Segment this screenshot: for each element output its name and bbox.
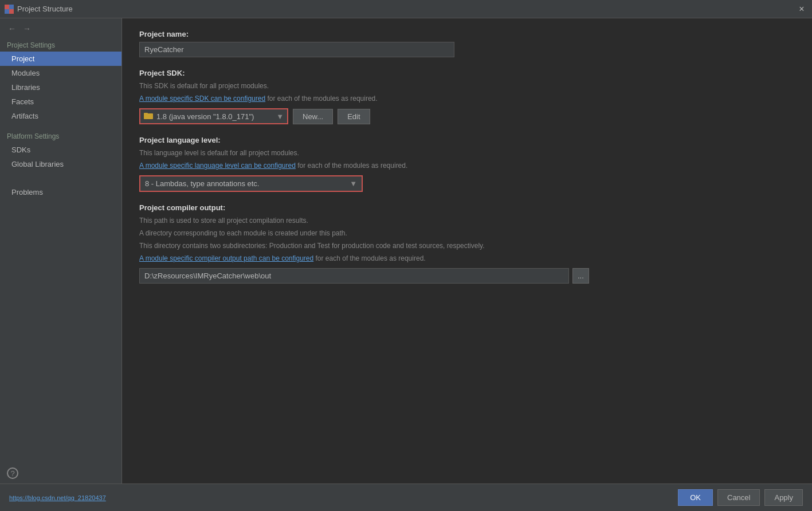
nav-arrows: ← → (0, 18, 121, 39)
sidebar-item-project-label: Project (11, 54, 34, 63)
platform-settings-label: Platform Settings (0, 130, 121, 143)
bottom-bar: https://blog.csdn.net/qq_21820437 OK Can… (0, 484, 812, 511)
sidebar-item-global-libraries-label: Global Libraries (11, 160, 64, 168)
compiler-desc2: A directory corresponding to each module… (139, 228, 795, 238)
sidebar-item-facets[interactable]: Facets (0, 95, 121, 109)
sidebar-item-modules-label: Modules (11, 69, 40, 77)
compiler-output-row: ... (139, 268, 795, 284)
sdk-dropdown[interactable]: 1.8 (java version "1.8.0_171") ▼ (139, 108, 288, 124)
back-arrow[interactable]: ← (6, 23, 18, 34)
language-chevron-icon: ▼ (350, 179, 357, 188)
compiler-desc1: This path is used to store all project c… (139, 215, 795, 226)
sdk-edit-button[interactable]: Edit (338, 109, 370, 124)
project-sdk-desc2-link[interactable]: A module specific SDK can be configured (139, 95, 265, 103)
close-button[interactable]: × (796, 3, 807, 15)
svg-rect-1 (9, 5, 14, 9)
sidebar-item-artifacts-label: Artifacts (11, 112, 38, 120)
title-bar-left: Project Structure (5, 5, 73, 14)
compiler-output-path-input[interactable] (139, 268, 569, 284)
project-language-desc2-link[interactable]: A module specific language level can be … (139, 162, 296, 170)
sidebar-item-sdks[interactable]: SDKs (0, 143, 121, 157)
apply-button[interactable]: Apply (764, 489, 803, 506)
project-language-level-group: Project language level: This language le… (139, 136, 795, 192)
sidebar-item-project[interactable]: Project (0, 52, 121, 66)
cancel-button[interactable]: Cancel (717, 489, 760, 506)
sidebar-bottom: ? (0, 463, 121, 484)
folder-icon (144, 112, 153, 121)
svg-rect-0 (5, 5, 9, 9)
project-name-label: Project name: (139, 30, 795, 38)
ok-button[interactable]: OK (678, 489, 713, 506)
compiler-desc3: This directory contains two subdirectori… (139, 241, 795, 251)
sidebar-item-problems[interactable]: Problems (0, 185, 121, 199)
language-level-value: 8 - Lambdas, type annotations etc. (145, 179, 350, 188)
title-bar-title: Project Structure (17, 5, 73, 13)
project-sdk-desc1: This SDK is default for all project modu… (139, 81, 795, 91)
sdk-row: 1.8 (java version "1.8.0_171") ▼ New... … (139, 108, 795, 124)
main-content: ← → Project Settings Project Modules Lib… (0, 18, 812, 484)
compiler-desc4-link[interactable]: A module specific compiler output path c… (139, 254, 313, 262)
sidebar-item-global-libraries[interactable]: Global Libraries (0, 157, 121, 171)
project-name-input[interactable] (139, 42, 454, 57)
sidebar-item-sdks-label: SDKs (11, 146, 30, 154)
sdk-chevron-icon: ▼ (276, 112, 284, 121)
sidebar-item-artifacts[interactable]: Artifacts (0, 109, 121, 123)
project-language-level-label: Project language level: (139, 136, 795, 144)
forward-arrow[interactable]: → (21, 23, 33, 34)
project-language-desc1: This language level is default for all p… (139, 148, 795, 158)
sidebar-item-facets-label: Facets (11, 97, 34, 106)
sidebar-item-problems-label: Problems (11, 188, 43, 196)
svg-rect-3 (9, 9, 14, 14)
compiler-desc4-rest: for each of the modules as required. (313, 254, 425, 262)
sidebar-item-libraries-label: Libraries (11, 83, 40, 92)
language-level-dropdown[interactable]: 8 - Lambdas, type annotations etc. ▼ (139, 175, 363, 192)
project-name-group: Project name: (139, 30, 795, 57)
compiler-output-browse-button[interactable]: ... (572, 268, 589, 284)
project-sdk-label: Project SDK: (139, 69, 795, 77)
sidebar: ← → Project Settings Project Modules Lib… (0, 18, 122, 484)
content-area: Project name: Project SDK: This SDK is d… (122, 18, 812, 484)
sidebar-item-modules[interactable]: Modules (0, 66, 121, 80)
svg-rect-2 (5, 9, 9, 14)
project-settings-label: Project Settings (0, 39, 121, 52)
help-button[interactable]: ? (7, 467, 18, 479)
sidebar-item-libraries[interactable]: Libraries (0, 80, 121, 95)
sdk-new-button[interactable]: New... (293, 109, 333, 124)
project-compiler-output-group: Project compiler output: This path is us… (139, 203, 795, 284)
title-bar: Project Structure × (0, 0, 812, 18)
sdk-value: 1.8 (java version "1.8.0_171") (156, 112, 273, 121)
svg-rect-5 (144, 113, 148, 115)
project-structure-icon (5, 5, 14, 14)
project-language-desc2-rest: for each of the modules as required. (296, 162, 407, 170)
project-language-desc2: A module specific language level can be … (139, 160, 795, 171)
project-sdk-desc2: A module specific SDK can be configured … (139, 93, 795, 104)
compiler-desc4: A module specific compiler output path c… (139, 253, 795, 264)
project-compiler-output-label: Project compiler output: (139, 203, 795, 212)
project-sdk-desc2-rest: for each of the modules as required. (265, 95, 377, 103)
project-sdk-group: Project SDK: This SDK is default for all… (139, 69, 795, 124)
bottom-bar-link[interactable]: https://blog.csdn.net/qq_21820437 (9, 494, 106, 501)
